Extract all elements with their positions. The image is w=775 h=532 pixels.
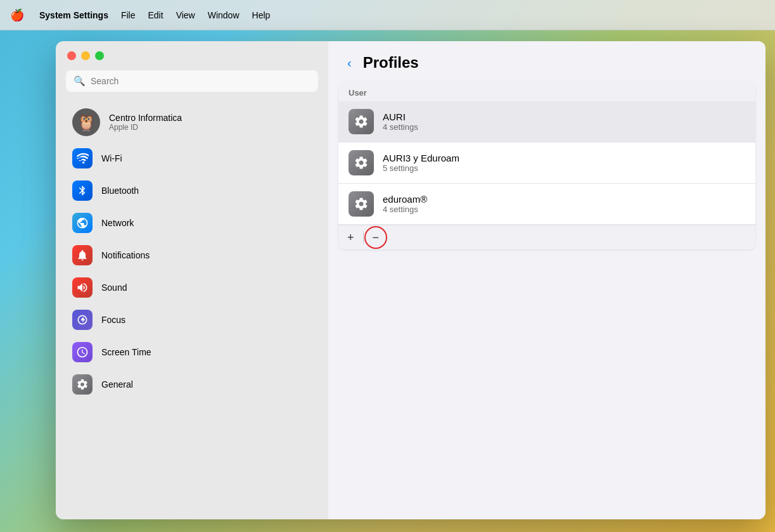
apple-menu-icon[interactable]: 🍎 bbox=[10, 8, 24, 22]
bluetooth-label: Bluetooth bbox=[101, 186, 139, 196]
remove-profile-wrapper: − bbox=[364, 228, 388, 247]
profile-text-auri: AURI 4 settings bbox=[383, 111, 418, 132]
system-settings-window: 🔍 🦉 Centro Informatica Apple ID Wi-Fi bbox=[56, 41, 765, 519]
maximize-button[interactable] bbox=[95, 51, 104, 60]
minimize-button[interactable] bbox=[81, 51, 90, 60]
network-label: Network bbox=[101, 218, 134, 228]
page-title: Profiles bbox=[363, 54, 419, 72]
wifi-icon bbox=[72, 148, 93, 168]
profile-name-eduroam: eduroam® bbox=[383, 194, 427, 205]
sidebar-item-bluetooth[interactable]: Bluetooth bbox=[61, 175, 323, 206]
profile-settings-auri3: 5 settings bbox=[383, 163, 459, 173]
profile-item-auri3[interactable]: AURI3 y Eduroam 5 settings bbox=[338, 142, 755, 184]
focus-icon bbox=[72, 310, 93, 330]
sidebar-item-wifi[interactable]: Wi-Fi bbox=[61, 142, 323, 174]
sidebar-list: 🦉 Centro Informatica Apple ID Wi-Fi bbox=[56, 99, 328, 519]
profile-settings-auri: 4 settings bbox=[383, 122, 418, 132]
sound-label: Sound bbox=[101, 282, 127, 293]
sidebar: 🔍 🦉 Centro Informatica Apple ID Wi-Fi bbox=[56, 41, 328, 519]
focus-label: Focus bbox=[101, 315, 125, 325]
search-icon: 🔍 bbox=[74, 75, 86, 87]
menu-window[interactable]: Window bbox=[208, 10, 240, 20]
sidebar-item-focus[interactable]: Focus bbox=[61, 304, 323, 336]
menu-edit[interactable]: Edit bbox=[148, 10, 163, 20]
sidebar-item-user[interactable]: 🦉 Centro Informatica Apple ID bbox=[61, 103, 323, 142]
profile-item-auri[interactable]: AURI 4 settings bbox=[338, 101, 755, 142]
main-content: ‹ Profiles User AURI 4 settings bbox=[328, 41, 765, 519]
avatar: 🦉 bbox=[72, 108, 100, 136]
search-input[interactable] bbox=[91, 76, 311, 86]
general-icon bbox=[72, 374, 93, 395]
user-name: Centro Informatica bbox=[109, 113, 182, 123]
notifications-icon bbox=[72, 245, 93, 265]
network-icon bbox=[72, 213, 93, 233]
profiles-footer: + − bbox=[338, 225, 755, 250]
user-info: Centro Informatica Apple ID bbox=[109, 113, 182, 132]
sound-icon bbox=[72, 277, 93, 298]
general-label: General bbox=[101, 379, 133, 390]
sidebar-item-general[interactable]: General bbox=[61, 369, 323, 400]
add-profile-button[interactable]: + bbox=[338, 228, 363, 247]
sidebar-item-network[interactable]: Network bbox=[61, 207, 323, 239]
profile-icon-auri bbox=[349, 109, 374, 134]
screentime-label: Screen Time bbox=[101, 347, 151, 357]
sidebar-item-notifications[interactable]: Notifications bbox=[61, 239, 323, 271]
main-header: ‹ Profiles bbox=[328, 41, 765, 82]
profile-icon-auri3 bbox=[349, 150, 374, 175]
menu-file[interactable]: File bbox=[121, 10, 136, 20]
sidebar-item-sound[interactable]: Sound bbox=[61, 272, 323, 303]
profile-settings-eduroam: 4 settings bbox=[383, 205, 427, 214]
wifi-label: Wi-Fi bbox=[101, 153, 122, 163]
menu-help[interactable]: Help bbox=[252, 10, 271, 20]
app-name: System Settings bbox=[39, 10, 108, 20]
remove-profile-button[interactable]: − bbox=[364, 228, 388, 247]
profiles-section-header: User bbox=[338, 82, 755, 101]
search-bar[interactable]: 🔍 bbox=[66, 70, 318, 92]
profile-name-auri3: AURI3 y Eduroam bbox=[383, 153, 459, 163]
profile-item-eduroam[interactable]: eduroam® 4 settings bbox=[338, 184, 755, 225]
user-sublabel: Apple ID bbox=[109, 123, 182, 132]
profile-icon-eduroam bbox=[349, 191, 374, 217]
profiles-list: User AURI 4 settings bbox=[338, 82, 755, 250]
window-controls bbox=[56, 41, 328, 68]
profile-text-auri3: AURI3 y Eduroam 5 settings bbox=[383, 153, 459, 173]
notifications-label: Notifications bbox=[101, 250, 150, 260]
menu-bar: 🍎 System Settings File Edit View Window … bbox=[0, 0, 775, 30]
close-button[interactable] bbox=[67, 51, 76, 60]
back-button[interactable]: ‹ bbox=[343, 54, 355, 72]
menu-view[interactable]: View bbox=[176, 10, 195, 20]
bluetooth-icon bbox=[72, 180, 93, 201]
screentime-icon bbox=[72, 342, 93, 362]
profile-name-auri: AURI bbox=[383, 111, 418, 122]
profile-text-eduroam: eduroam® 4 settings bbox=[383, 194, 427, 214]
sidebar-item-screentime[interactable]: Screen Time bbox=[61, 336, 323, 368]
